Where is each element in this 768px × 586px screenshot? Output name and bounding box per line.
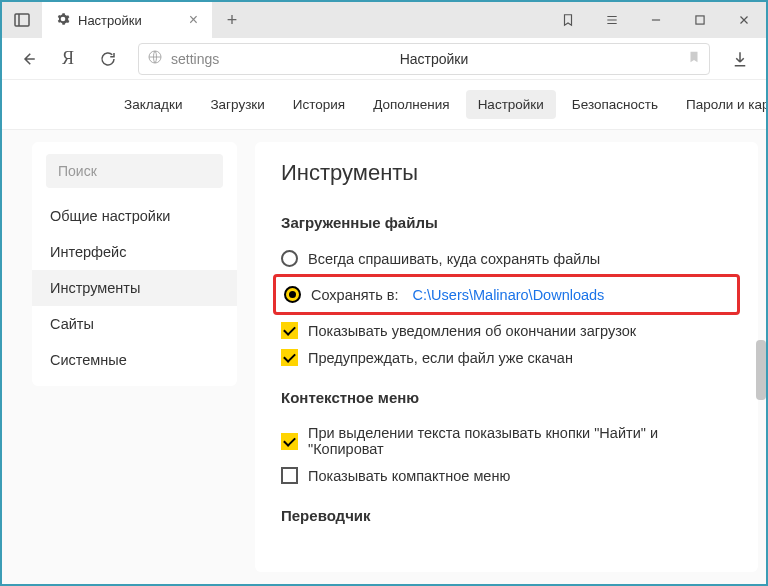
settings-sidebar: Поиск Общие настройкиИнтерфейсИнструмент… bbox=[32, 142, 237, 386]
omnibox-title: Настройки bbox=[241, 51, 687, 67]
content-area: Поиск Общие настройкиИнтерфейсИнструмент… bbox=[2, 130, 766, 584]
tabnav-item[interactable]: Настройки bbox=[466, 90, 556, 119]
maximize-button[interactable] bbox=[678, 2, 722, 38]
checkbox-selection-buttons[interactable]: При выделении текста показывать кнопки "… bbox=[279, 420, 734, 462]
back-button[interactable] bbox=[10, 41, 46, 77]
bookmark-icon[interactable] bbox=[687, 49, 701, 68]
sidebar-item[interactable]: Системные bbox=[32, 342, 237, 378]
minimize-button[interactable] bbox=[634, 2, 678, 38]
checkbox-icon bbox=[281, 467, 298, 484]
svg-rect-3 bbox=[696, 16, 704, 24]
browser-window: Настройки × + Я bbox=[0, 0, 768, 586]
checkbox-icon bbox=[281, 349, 298, 366]
checkbox-compact-menu[interactable]: Показывать компактное меню bbox=[279, 462, 734, 489]
radio-icon bbox=[284, 286, 301, 303]
save-path-link[interactable]: C:\Users\Malinaro\Downloads bbox=[413, 287, 605, 303]
omnibox-url: settings bbox=[171, 51, 241, 67]
checkbox-warn-duplicate[interactable]: Предупреждать, если файл уже скачан bbox=[279, 344, 734, 371]
tabnav-item[interactable]: История bbox=[281, 90, 357, 119]
search-placeholder: Поиск bbox=[58, 163, 97, 179]
checkbox-label: Показывать компактное меню bbox=[308, 468, 510, 484]
sidebar-search[interactable]: Поиск bbox=[46, 154, 223, 188]
checkbox-label: Предупреждать, если файл уже скачан bbox=[308, 350, 573, 366]
tabnav-item[interactable]: Загрузки bbox=[198, 90, 276, 119]
titlebar: Настройки × + bbox=[2, 2, 766, 38]
svg-rect-0 bbox=[15, 14, 29, 26]
scrollbar-thumb[interactable] bbox=[756, 340, 766, 400]
sidebar-item[interactable]: Сайты bbox=[32, 306, 237, 342]
section-translator-title: Переводчик bbox=[281, 507, 734, 524]
radio-save-to[interactable]: Сохранять в: C:\Users\Malinaro\Downloads bbox=[282, 281, 731, 308]
page-heading: Инструменты bbox=[281, 160, 734, 186]
settings-tabnav: ЗакладкиЗагрузкиИсторияДополненияНастрой… bbox=[2, 80, 766, 130]
section-context-title: Контекстное меню bbox=[281, 389, 734, 406]
radio-label: Всегда спрашивать, куда сохранять файлы bbox=[308, 251, 600, 267]
sidebar-item[interactable]: Интерфейс bbox=[32, 234, 237, 270]
sidebar-item[interactable]: Общие настройки bbox=[32, 198, 237, 234]
menu-button[interactable] bbox=[590, 2, 634, 38]
yandex-home-button[interactable]: Я bbox=[50, 41, 86, 77]
section-downloads-title: Загруженные файлы bbox=[281, 214, 734, 231]
browser-tab[interactable]: Настройки × bbox=[42, 2, 212, 38]
tabnav-item[interactable]: Дополнения bbox=[361, 90, 461, 119]
tabview-button[interactable] bbox=[2, 2, 42, 38]
highlight-save-location: Сохранять в: C:\Users\Malinaro\Downloads bbox=[273, 274, 740, 315]
tabnav-item[interactable]: Пароли и карты bbox=[674, 90, 768, 119]
bookmarks-button[interactable] bbox=[546, 2, 590, 38]
settings-main: Инструменты Загруженные файлы Всегда спр… bbox=[255, 142, 758, 572]
checkbox-icon bbox=[281, 433, 298, 450]
checkbox-show-notifications[interactable]: Показывать уведомления об окончании загр… bbox=[279, 317, 734, 344]
downloads-button[interactable] bbox=[722, 50, 758, 68]
checkbox-label: При выделении текста показывать кнопки "… bbox=[308, 425, 732, 457]
radio-ask-always[interactable]: Всегда спрашивать, куда сохранять файлы bbox=[279, 245, 734, 272]
tabnav-item[interactable]: Безопасность bbox=[560, 90, 670, 119]
checkbox-label: Показывать уведомления об окончании загр… bbox=[308, 323, 636, 339]
close-window-button[interactable] bbox=[722, 2, 766, 38]
radio-icon bbox=[281, 250, 298, 267]
tab-title: Настройки bbox=[78, 13, 142, 28]
addressbar: Я settings Настройки bbox=[2, 38, 766, 80]
omnibox[interactable]: settings Настройки bbox=[138, 43, 710, 75]
reload-button[interactable] bbox=[90, 41, 126, 77]
tab-close-button[interactable]: × bbox=[185, 11, 202, 29]
tabnav-item[interactable]: Закладки bbox=[112, 90, 194, 119]
new-tab-button[interactable]: + bbox=[212, 2, 252, 38]
sidebar-item[interactable]: Инструменты bbox=[32, 270, 237, 306]
checkbox-icon bbox=[281, 322, 298, 339]
globe-icon bbox=[147, 49, 163, 68]
radio-label: Сохранять в: bbox=[311, 287, 399, 303]
gear-icon bbox=[56, 12, 70, 29]
